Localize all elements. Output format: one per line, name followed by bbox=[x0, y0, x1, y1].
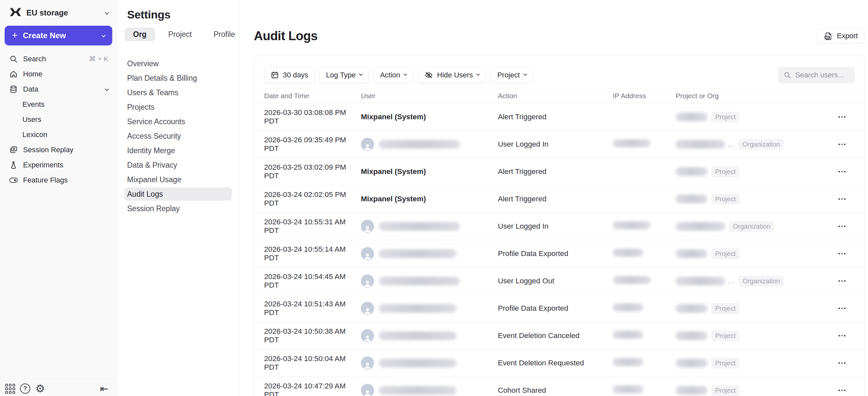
search-users-input[interactable] bbox=[795, 71, 845, 80]
redacted-target-name bbox=[676, 167, 707, 176]
settings-nav-projects[interactable]: Projects bbox=[124, 100, 232, 114]
sidebar-item-label: Events bbox=[22, 100, 44, 109]
org-name: EU storage bbox=[26, 8, 68, 18]
row-actions-menu[interactable] bbox=[834, 198, 855, 200]
tab-org[interactable]: Org bbox=[124, 28, 155, 41]
calendar-icon bbox=[271, 71, 279, 79]
sidebar-item-feature-flags[interactable]: Feature Flags bbox=[0, 173, 117, 188]
cell-ip-address bbox=[613, 386, 676, 395]
table-row: 2026-03-24 10:50:38 AM PDTEvent Deletion… bbox=[254, 322, 864, 349]
user-name: Mixpanel (System) bbox=[361, 167, 426, 176]
sidebar-item-data[interactable]: Data bbox=[0, 82, 117, 97]
feature-flags-icon bbox=[9, 177, 18, 183]
row-actions-menu[interactable] bbox=[834, 116, 855, 118]
org-switcher[interactable]: EU storage bbox=[0, 0, 117, 24]
cell-datetime: 2026-03-30 03:08:08 PM PDT bbox=[264, 109, 361, 125]
cell-action: Profile Data Exported bbox=[498, 304, 613, 313]
csv-file-icon: CSV bbox=[824, 32, 833, 40]
avatar bbox=[361, 357, 374, 370]
date-range-filter[interactable]: 30 days bbox=[264, 67, 315, 83]
svg-text:CSV: CSV bbox=[825, 37, 829, 38]
truncation-ellipsis: … bbox=[728, 140, 735, 148]
tab-profile[interactable]: Profile bbox=[205, 28, 243, 41]
target-type-badge: Project bbox=[711, 112, 740, 123]
redacted-target-name bbox=[676, 222, 725, 231]
gear-icon[interactable]: ⚙ bbox=[35, 383, 45, 394]
cell-action: User Logged Out bbox=[498, 277, 613, 285]
help-icon[interactable]: ? bbox=[20, 384, 30, 394]
redacted-ip bbox=[613, 139, 650, 147]
chevron-down-icon bbox=[105, 10, 109, 14]
sidebar-item-users[interactable]: Users bbox=[0, 112, 117, 127]
user-name: Mixpanel (System) bbox=[361, 195, 426, 203]
settings-nav-users-teams[interactable]: Users & Teams bbox=[124, 86, 232, 99]
redacted-user-email bbox=[379, 359, 456, 367]
avatar bbox=[361, 247, 374, 260]
row-actions-menu[interactable] bbox=[834, 280, 855, 282]
sidebar-item-home[interactable]: Home bbox=[0, 66, 117, 82]
settings-nav-session-replay[interactable]: Session Replay bbox=[124, 202, 232, 215]
create-new-button[interactable]: + Create New bbox=[5, 26, 112, 45]
table-row: 2026-03-24 10:50:04 AM PDTEvent Deletion… bbox=[254, 349, 864, 377]
redacted-user-email bbox=[379, 331, 456, 340]
target-type-badge: Project bbox=[711, 166, 740, 177]
hide-users-filter[interactable]: Hide Users bbox=[418, 67, 486, 83]
cell-user bbox=[361, 384, 498, 396]
settings-title: Settings bbox=[124, 8, 239, 21]
cell-ip-address bbox=[613, 303, 676, 313]
collapse-sidebar-icon[interactable]: ⇤ bbox=[100, 383, 108, 394]
row-actions-menu[interactable] bbox=[834, 253, 855, 255]
export-button[interactable]: CSV Export bbox=[817, 28, 865, 43]
truncation-ellipsis: … bbox=[728, 277, 735, 285]
action-filter[interactable]: Action bbox=[373, 67, 413, 83]
row-actions-menu[interactable] bbox=[834, 171, 855, 173]
row-actions-menu[interactable] bbox=[834, 144, 855, 145]
sidebar-item-search[interactable]: Search⌘ + K bbox=[0, 51, 117, 66]
tab-project[interactable]: Project bbox=[160, 28, 200, 41]
cell-user: Mixpanel (System) bbox=[361, 113, 498, 121]
settings-nav-overview[interactable]: Overview bbox=[124, 57, 232, 70]
row-actions-menu[interactable] bbox=[834, 308, 855, 309]
sidebar-item-events[interactable]: Events bbox=[0, 97, 117, 112]
home-icon bbox=[9, 70, 18, 79]
project-filter[interactable]: Project bbox=[491, 67, 533, 83]
sidebar-item-label: Experiments bbox=[23, 161, 63, 169]
cell-action: Alert Triggered bbox=[498, 113, 613, 121]
row-actions-menu[interactable] bbox=[834, 362, 855, 364]
cell-project-or-org: Project bbox=[676, 166, 834, 177]
avatar bbox=[361, 220, 374, 233]
cell-ip-address bbox=[613, 331, 676, 341]
redacted-ip bbox=[613, 386, 643, 393]
settings-nav-data-privacy[interactable]: Data & Privacy bbox=[124, 158, 232, 172]
apps-grid-icon[interactable] bbox=[5, 384, 15, 394]
cell-project-or-org: Organization bbox=[676, 221, 834, 232]
log-type-filter[interactable]: Log Type bbox=[319, 67, 369, 83]
settings-nav-service-accounts[interactable]: Service Accounts bbox=[124, 115, 232, 128]
cell-user: Mixpanel (System) bbox=[361, 167, 498, 176]
cell-datetime: 2026-03-24 10:50:04 AM PDT bbox=[264, 355, 361, 372]
cell-user bbox=[361, 220, 498, 233]
search-users-box[interactable] bbox=[778, 67, 855, 83]
row-actions-menu[interactable] bbox=[834, 335, 855, 337]
row-actions-menu[interactable] bbox=[834, 390, 855, 391]
row-actions-menu[interactable] bbox=[834, 226, 855, 227]
settings-nav-access-security[interactable]: Access Security bbox=[124, 129, 232, 143]
cell-action: Alert Triggered bbox=[498, 195, 613, 203]
cell-datetime: 2026-03-24 10:51:43 AM PDT bbox=[264, 300, 361, 317]
settings-panel: Settings OrgProjectProfile OverviewPlan … bbox=[118, 0, 239, 396]
avatar bbox=[361, 329, 374, 342]
sidebar-item-lexicon[interactable]: Lexicon bbox=[0, 127, 117, 142]
sidebar-item-session-replay[interactable]: Session Replay bbox=[0, 142, 117, 157]
mixpanel-logo-icon bbox=[9, 7, 22, 19]
settings-nav-identity-merge[interactable]: Identity Merge bbox=[124, 144, 232, 157]
table-row: 2026-03-24 10:55:31 AM PDTUser Logged In… bbox=[254, 213, 864, 240]
settings-nav-plan-details-billing[interactable]: Plan Details & Billing bbox=[124, 71, 232, 85]
settings-nav-mixpanel-usage[interactable]: Mixpanel Usage bbox=[124, 173, 232, 186]
target-type-badge: Project bbox=[711, 303, 740, 314]
col-project-or-org: Project or Org bbox=[676, 92, 834, 100]
target-type-badge: Organization bbox=[729, 221, 774, 232]
settings-nav-audit-logs[interactable]: Audit Logs bbox=[124, 187, 232, 201]
avatar bbox=[361, 384, 374, 396]
avatar bbox=[361, 138, 374, 151]
sidebar-item-experiments[interactable]: Experiments bbox=[0, 157, 117, 173]
